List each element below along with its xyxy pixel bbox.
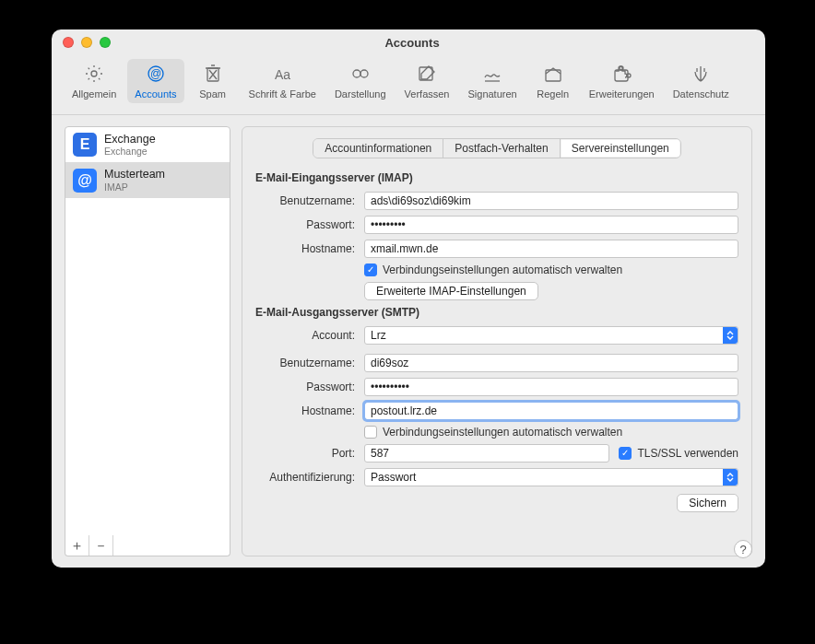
smtp-host-field[interactable]	[364, 402, 738, 420]
smtp-pass-field[interactable]	[364, 378, 738, 396]
imap-auto-label: Verbindungseinstellungen automatisch ver…	[383, 263, 622, 276]
label-smtp-auth: Authentifizierung:	[255, 471, 364, 484]
toolbar-label: Accounts	[135, 88, 176, 100]
titlebar: Accounts	[52, 29, 765, 55]
svg-text:Aa: Aa	[275, 67, 290, 82]
checkbox-icon	[364, 426, 377, 439]
svg-point-5	[353, 70, 360, 77]
smtp-account-select[interactable]: Lrz	[364, 326, 738, 345]
smtp-auth-select[interactable]: Passwort	[364, 468, 738, 486]
account-name: Musterteam	[104, 168, 165, 181]
toolbar-label: Verfassen	[405, 88, 450, 100]
toolbar-item-signatures[interactable]: Signaturen	[460, 59, 524, 103]
svg-rect-9	[615, 70, 628, 81]
tab-bar: Accountinformationen Postfach-Verhalten …	[255, 138, 738, 158]
imap-user-field[interactable]	[364, 192, 738, 210]
svg-point-11	[627, 74, 631, 77]
account-name: Exchange	[104, 133, 156, 146]
label-imap-pass: Passwort:	[255, 218, 364, 231]
toolbar-item-viewing[interactable]: Darstellung	[327, 59, 394, 103]
label-smtp-pass: Passwort:	[255, 381, 364, 393]
toolbar-item-accounts[interactable]: @ Accounts	[127, 59, 183, 103]
sidebar-footer: ＋ －	[65, 535, 230, 556]
svg-point-10	[620, 66, 623, 70]
account-type: IMAP	[104, 181, 165, 193]
accounts-sidebar: E Exchange Exchange @ Musterteam IMAP ＋ …	[65, 126, 230, 556]
toolbar-item-rules[interactable]: Regeln	[528, 59, 578, 103]
imap-advanced-button[interactable]: Erweiterte IMAP-Einstellungen	[364, 282, 538, 300]
toolbar-label: Erweiterungen	[589, 88, 655, 100]
smtp-auto-label: Verbindungseinstellungen automatisch ver…	[383, 426, 622, 439]
imap-host-field[interactable]	[364, 240, 738, 258]
account-list: E Exchange Exchange @ Musterteam IMAP	[65, 126, 230, 539]
account-row-musterteam[interactable]: @ Musterteam IMAP	[65, 162, 230, 197]
toolbar-item-privacy[interactable]: Datenschutz	[666, 59, 737, 103]
account-type: Exchange	[104, 146, 156, 157]
preferences-window: Accounts Allgemein @ Accounts Spam Aa Sc…	[52, 29, 765, 568]
smtp-auth-value: Passwort	[365, 471, 723, 484]
smtp-account-value: Lrz	[365, 329, 723, 342]
chevron-updown-icon	[723, 469, 738, 486]
label-smtp-user: Benutzername:	[255, 357, 364, 369]
smtp-heading: E-Mail-Ausgangsserver (SMTP)	[255, 306, 738, 319]
preferences-toolbar: Allgemein @ Accounts Spam Aa Schrift & F…	[52, 55, 765, 115]
account-row-exchange[interactable]: E Exchange Exchange	[65, 127, 230, 162]
svg-point-0	[91, 71, 97, 76]
label-smtp-account: Account:	[255, 329, 364, 342]
svg-text:@: @	[150, 67, 161, 80]
toolbar-item-general[interactable]: Allgemein	[65, 59, 124, 103]
toolbar-label: Schrift & Farbe	[249, 88, 316, 100]
add-account-button[interactable]: ＋	[65, 535, 89, 556]
help-button[interactable]: ?	[734, 540, 752, 558]
svg-point-6	[360, 70, 368, 77]
tls-checkbox[interactable]: TLS/SSL verwenden	[619, 447, 738, 460]
tls-label: TLS/SSL verwenden	[637, 447, 738, 460]
label-imap-host: Hostname:	[255, 242, 364, 255]
checkbox-icon	[619, 447, 632, 460]
save-button[interactable]: Sichern	[677, 494, 738, 512]
remove-account-button[interactable]: －	[89, 535, 113, 556]
at-icon: @	[73, 169, 97, 193]
toolbar-item-compose[interactable]: Verfassen	[397, 59, 457, 103]
toolbar-item-extensions[interactable]: Erweiterungen	[582, 59, 662, 103]
smtp-user-field[interactable]	[364, 354, 738, 372]
imap-pass-field[interactable]	[364, 216, 738, 234]
window-body: E Exchange Exchange @ Musterteam IMAP ＋ …	[52, 115, 765, 568]
label-smtp-port: Port:	[255, 447, 364, 460]
smtp-port-field[interactable]	[364, 444, 609, 463]
toolbar-label: Darstellung	[335, 88, 386, 100]
imap-heading: E-Mail-Eingangsserver (IMAP)	[255, 171, 738, 184]
tab-server-settings[interactable]: Servereinstellungen	[561, 139, 680, 158]
tab-account-info[interactable]: Accountinformationen	[313, 139, 443, 158]
imap-auto-connection-checkbox[interactable]: Verbindungseinstellungen automatisch ver…	[364, 263, 738, 276]
label-imap-user: Benutzername:	[255, 194, 364, 207]
toolbar-label: Regeln	[537, 88, 569, 100]
settings-panel: Accountinformationen Postfach-Verhalten …	[242, 126, 752, 556]
exchange-icon: E	[73, 133, 97, 157]
toolbar-label: Spam	[199, 88, 226, 100]
toolbar-label: Signaturen	[467, 88, 516, 100]
checkbox-icon	[364, 263, 377, 276]
smtp-auto-connection-checkbox[interactable]: Verbindungseinstellungen automatisch ver…	[364, 426, 738, 439]
toolbar-label: Datenschutz	[673, 88, 729, 100]
label-smtp-host: Hostname:	[255, 404, 364, 417]
toolbar-item-fonts[interactable]: Aa Schrift & Farbe	[242, 59, 324, 103]
window-title: Accounts	[70, 36, 754, 50]
toolbar-label: Allgemein	[72, 88, 116, 100]
toolbar-item-spam[interactable]: Spam	[188, 59, 238, 103]
tab-mailbox-behaviour[interactable]: Postfach-Verhalten	[443, 139, 560, 158]
chevron-updown-icon	[723, 327, 738, 344]
